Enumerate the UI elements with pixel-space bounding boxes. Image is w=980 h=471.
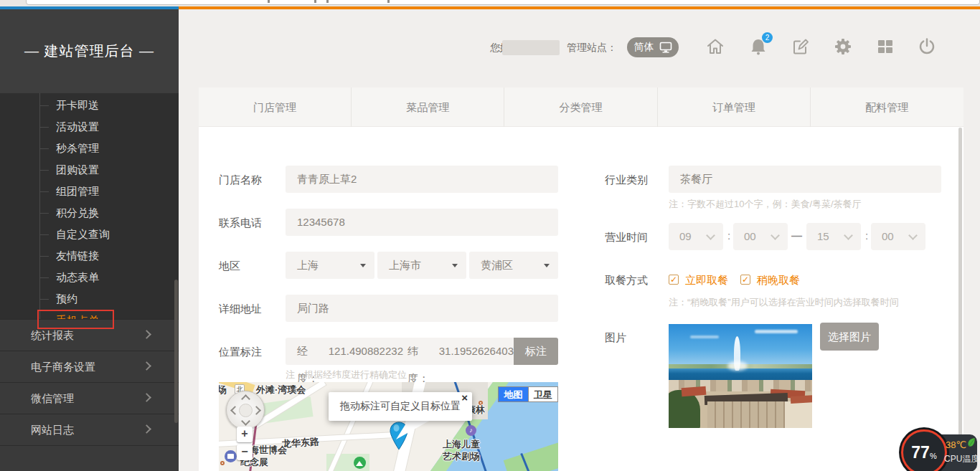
region-label: 地区 <box>219 260 240 273</box>
browser-address-bar[interactable] <box>26 0 980 5</box>
map-compass-control[interactable] <box>226 391 265 429</box>
store-name-input[interactable] <box>286 166 558 193</box>
time-colon: : <box>865 229 868 242</box>
image-label: 图片 <box>605 331 626 345</box>
pan-down-icon[interactable] <box>241 417 250 426</box>
bell-icon[interactable]: 2 <box>749 37 768 56</box>
close-minute-select[interactable]: 00 <box>871 223 925 250</box>
tab-ingredient-management[interactable]: 配料管理 <box>811 87 963 127</box>
leaf-icon <box>967 437 976 447</box>
sidebar-item-youqinglianjie[interactable]: 友情链接 <box>0 245 179 267</box>
tab-bar: 门店管理 菜品管理 分类管理 订单管理 配料管理 <box>199 87 963 127</box>
sidebar-item-yuyue[interactable]: 预约 <box>0 288 179 310</box>
sidebar-section-weixinguanli[interactable]: 微信管理 <box>0 382 179 414</box>
sidebar-scrollbar[interactable] <box>174 280 178 423</box>
home-icon[interactable] <box>706 37 725 56</box>
power-icon[interactable] <box>918 37 936 56</box>
address-text-fragment <box>387 0 390 3</box>
apps-icon[interactable] <box>876 37 895 56</box>
address-text-fragment <box>268 0 270 3</box>
language-label: 简体 <box>634 41 654 54</box>
tree-connector <box>39 256 49 257</box>
phone-input[interactable] <box>286 209 558 236</box>
tab-store-management[interactable]: 门店管理 <box>199 87 352 127</box>
city-select[interactable]: 上海市 <box>377 252 466 279</box>
position-label: 位置标注 <box>219 346 262 359</box>
sidebar-section-partial <box>0 445 179 471</box>
edit-icon[interactable] <box>791 37 810 56</box>
open-minute-value: 00 <box>744 230 756 242</box>
tree-connector <box>39 105 49 106</box>
choose-image-button[interactable]: 选择图片 <box>820 323 879 351</box>
pan-left-icon[interactable] <box>230 406 240 415</box>
pickup-later-checkbox[interactable]: ✓ <box>740 275 750 285</box>
cpu-usage-circle[interactable]: 77% <box>901 429 947 471</box>
cpu-percent: 77 <box>911 443 930 462</box>
sidebar-item-dongtaibiaodan[interactable]: 动态表单 <box>0 267 179 288</box>
red-highlight-box <box>37 310 114 329</box>
chevron-down-icon <box>844 231 853 240</box>
photo-red-roof <box>682 386 707 396</box>
site-logo-title: — 建站管理后台 — <box>0 9 179 93</box>
pickup-label: 取餐方式 <box>605 274 648 287</box>
sidebar-item-zidingyichaxun[interactable]: 自定义查询 <box>0 224 179 245</box>
address-input[interactable] <box>286 295 558 322</box>
category-input[interactable] <box>669 166 941 193</box>
pan-up-icon[interactable] <box>241 394 250 404</box>
mark-position-button[interactable]: 标注 <box>514 338 558 365</box>
sidebar-section-wangzhanrizhi[interactable]: 网站日志 <box>0 414 179 445</box>
phone-label: 联系电话 <box>219 217 262 230</box>
zoom-in-button[interactable]: + <box>237 427 253 442</box>
lng-label: 经度： <box>297 338 324 365</box>
sidebar-item-kaikajisong[interactable]: 开卡即送 <box>0 95 179 116</box>
pickup-later-label[interactable]: 稍晚取餐 <box>757 274 800 287</box>
gear-icon[interactable] <box>834 37 852 56</box>
sidebar-section-dianzishangwu[interactable]: 电子商务设置 <box>0 351 179 382</box>
close-icon[interactable]: × <box>461 391 468 404</box>
open-hour-select[interactable]: 09 <box>669 223 723 250</box>
app-root: 开卡即送 活动设置 秒杀管理 团购设置 组团管理 积分兑换 自定义查询 友情链接… <box>0 0 980 471</box>
compass-center[interactable] <box>239 404 253 417</box>
dropdown-arrow-icon <box>544 264 550 267</box>
photo-building <box>707 401 785 428</box>
map-label-bund: 外滩·湾璞会 <box>256 384 306 396</box>
photo-fountain-mist <box>727 361 748 371</box>
dropdown-arrow-icon <box>360 264 366 267</box>
tab-category-management[interactable]: 分类管理 <box>504 87 657 127</box>
chevron-down-icon <box>706 231 715 240</box>
province-select[interactable]: 上海 <box>286 252 374 279</box>
language-pill-button[interactable]: 简体 <box>627 37 679 57</box>
map-label-theater1: 上海儿童 <box>443 438 480 451</box>
pickup-now-label[interactable]: 立即取餐 <box>685 274 728 287</box>
pan-right-icon[interactable] <box>252 406 261 415</box>
lat-label: 纬度： <box>407 338 435 365</box>
sidebar-item-jifenduihuan[interactable]: 积分兑换 <box>0 202 179 224</box>
map-canvas[interactable]: ♪ 场 外滩·湾璞会 健康林 龙华东路 上海世博会 纪念展 上海儿童 艺术剧场 … <box>219 382 558 471</box>
province-value: 上海 <box>297 259 319 271</box>
manage-site-label: 管理站点： <box>567 42 617 54</box>
tab-dish-management[interactable]: 菜品管理 <box>352 87 504 127</box>
sidebar-item-zutuanguanli[interactable]: 组团管理 <box>0 181 179 202</box>
tab-order-management[interactable]: 订单管理 <box>658 87 811 127</box>
category-label: 行业类别 <box>605 173 648 187</box>
sidebar-item-huodongshezhi[interactable]: 活动设置 <box>0 116 179 138</box>
district-select[interactable]: 黄浦区 <box>469 252 558 279</box>
section-label: 微信管理 <box>31 392 74 404</box>
sidebar-item-miaoshaguanli[interactable]: 秒杀管理 <box>0 138 179 159</box>
sidebar-item-tuangoushezhi[interactable]: 团购设置 <box>0 159 179 181</box>
map-type-map-button[interactable]: 地图 <box>498 386 528 402</box>
time-dash: — <box>791 229 802 242</box>
close-hour-select[interactable]: 15 <box>806 223 861 250</box>
close-minute-value: 00 <box>882 230 894 242</box>
content-scrollbar[interactable] <box>958 128 962 471</box>
open-hour-value: 09 <box>679 230 692 242</box>
map-type-satellite-button[interactable]: 卫星 <box>528 386 558 402</box>
pickup-now-checkbox[interactable]: ✓ <box>669 275 679 285</box>
topbar-orange-segment <box>179 6 980 9</box>
chevron-right-icon <box>142 424 151 434</box>
cpu-temperature: 38℃ <box>946 439 966 450</box>
tree-connector <box>39 127 49 128</box>
store-photo <box>669 324 812 428</box>
zoom-out-button[interactable]: − <box>237 444 253 460</box>
open-minute-select[interactable]: 00 <box>733 223 788 250</box>
